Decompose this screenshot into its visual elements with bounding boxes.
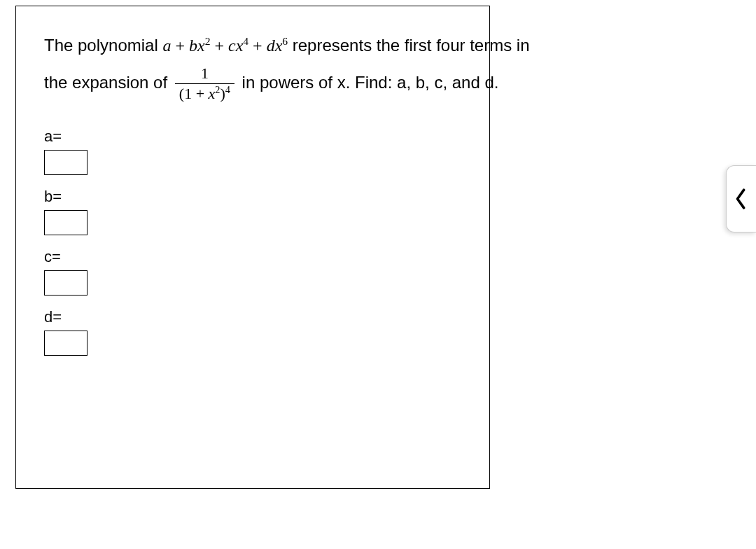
label-b: b= bbox=[44, 188, 489, 206]
text-suffix-2: in powers of x. Find: a, b, c, and d. bbox=[237, 73, 499, 92]
poly-a: a bbox=[162, 36, 171, 55]
poly-d: d bbox=[267, 36, 275, 55]
chevron-left-icon bbox=[734, 187, 749, 211]
fraction-numerator: 1 bbox=[175, 65, 234, 84]
poly-c: c bbox=[228, 36, 236, 55]
plus-3: + bbox=[248, 36, 267, 55]
text-prefix-1: The polynomial bbox=[44, 36, 162, 55]
answer-row-d: d= bbox=[44, 308, 489, 356]
den-x: x bbox=[209, 85, 216, 102]
answer-row-a: a= bbox=[44, 127, 489, 175]
x4-base: x bbox=[236, 36, 244, 55]
label-c: c= bbox=[44, 248, 489, 266]
x6-exp: 6 bbox=[282, 35, 288, 47]
plus-1: + bbox=[171, 36, 189, 55]
question-box: The polynomial a + bx2 + cx4 + dx6 repre… bbox=[15, 6, 490, 489]
poly-b: b bbox=[189, 36, 197, 55]
text-prefix-2: the expansion of bbox=[44, 73, 172, 92]
den-open: (1 + bbox=[179, 85, 209, 102]
den-exp4: 4 bbox=[225, 84, 230, 95]
answer-row-b: b= bbox=[44, 188, 489, 235]
input-b[interactable] bbox=[44, 210, 88, 235]
input-a[interactable] bbox=[44, 150, 88, 175]
input-c[interactable] bbox=[44, 270, 88, 296]
label-d: d= bbox=[44, 308, 489, 326]
fraction: 1 (1 + x2)4 bbox=[175, 65, 234, 102]
answer-row-c: c= bbox=[44, 248, 489, 296]
input-d[interactable] bbox=[44, 331, 88, 356]
plus-2: + bbox=[210, 36, 228, 55]
text-suffix-1: represents the first four terms in bbox=[288, 36, 529, 55]
fraction-denominator: (1 + x2)4 bbox=[175, 84, 234, 102]
x2-base: x bbox=[197, 36, 205, 55]
den-close: ) bbox=[220, 85, 225, 102]
x6-base: x bbox=[275, 36, 283, 55]
answers-section: a= b= c= d= bbox=[44, 127, 489, 356]
x4-exp: 4 bbox=[243, 35, 248, 47]
label-a: a= bbox=[44, 127, 489, 146]
question-text: The polynomial a + bx2 + cx4 + dx6 repre… bbox=[44, 27, 699, 102]
side-collapse-tab[interactable] bbox=[726, 165, 756, 232]
